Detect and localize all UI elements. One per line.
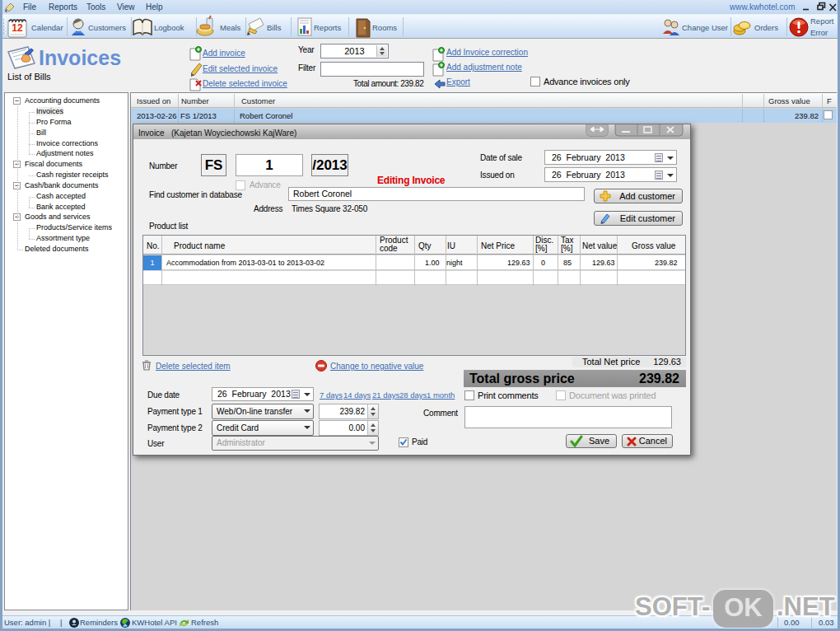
svg-text:12: 12 <box>12 22 23 34</box>
